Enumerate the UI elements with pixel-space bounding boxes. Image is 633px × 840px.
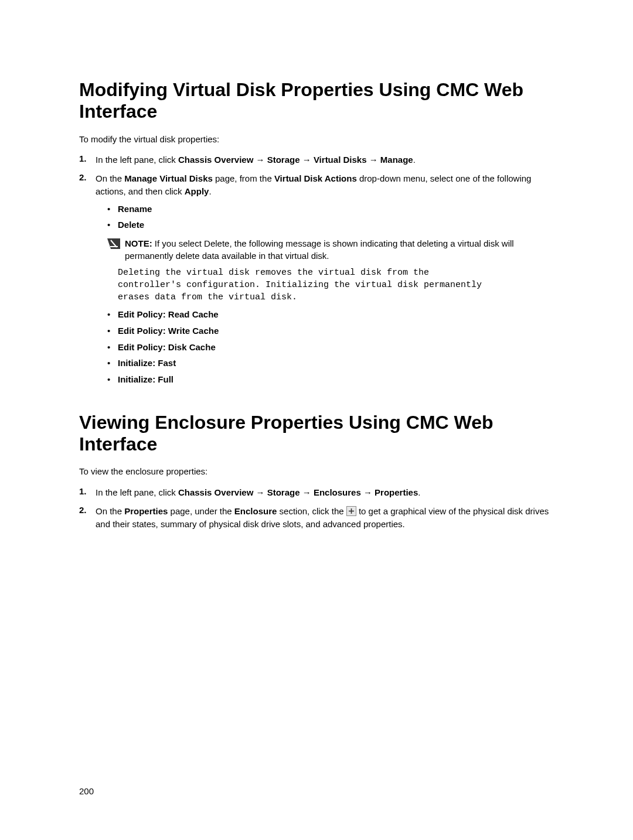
step-number: 2.	[79, 172, 96, 390]
section-heading-viewing: Viewing Enclosure Properties Using CMC W…	[79, 412, 554, 455]
code-block: Deleting the virtual disk removes the vi…	[118, 267, 554, 303]
step-text: In the left pane, click Chassis Overview…	[96, 153, 554, 166]
bullet-delete: Delete	[107, 218, 554, 231]
bullet-read-cache: Edit Policy: Read Cache	[107, 308, 554, 321]
intro-modifying: To modify the virtual disk properties:	[79, 133, 554, 146]
step-text: On the Manage Virtual Disks page, from t…	[96, 172, 554, 390]
bullet-write-cache: Edit Policy: Write Cache	[107, 325, 554, 337]
bullet-init-fast: Initialize: Fast	[107, 357, 554, 370]
action-bullets-top: Rename Delete	[96, 203, 554, 232]
bullet-disk-cache: Edit Policy: Disk Cache	[107, 341, 554, 354]
step-1-modify: 1. In the left pane, click Chassis Overv…	[79, 153, 554, 166]
page-number: 200	[79, 786, 94, 796]
note-icon	[107, 238, 120, 249]
section-heading-modifying: Modifying Virtual Disk Properties Using …	[79, 79, 554, 122]
intro-viewing: To view the enclosure properties:	[79, 465, 554, 478]
note-text: NOTE: If you select Delete, the followin…	[125, 237, 554, 262]
bullet-rename: Rename	[107, 203, 554, 216]
action-bullets-bottom: Edit Policy: Read Cache Edit Policy: Wri…	[96, 308, 554, 386]
step-text: In the left pane, click Chassis Overview…	[96, 486, 554, 499]
document-page: Modifying Virtual Disk Properties Using …	[0, 0, 633, 530]
step-number: 1.	[79, 153, 96, 166]
step-text: On the Properties page, under the Enclos…	[96, 505, 554, 531]
note-block: NOTE: If you select Delete, the followin…	[107, 237, 554, 262]
steps-viewing: 1. In the left pane, click Chassis Overv…	[79, 486, 554, 530]
expand-plus-icon	[346, 506, 356, 516]
steps-modifying: 1. In the left pane, click Chassis Overv…	[79, 153, 554, 390]
step-number: 1.	[79, 486, 96, 499]
bullet-init-full: Initialize: Full	[107, 373, 554, 386]
step-1-view: 1. In the left pane, click Chassis Overv…	[79, 486, 554, 499]
step-2-view: 2. On the Properties page, under the Enc…	[79, 505, 554, 531]
step-2-modify: 2. On the Manage Virtual Disks page, fro…	[79, 172, 554, 390]
step-number: 2.	[79, 505, 96, 531]
